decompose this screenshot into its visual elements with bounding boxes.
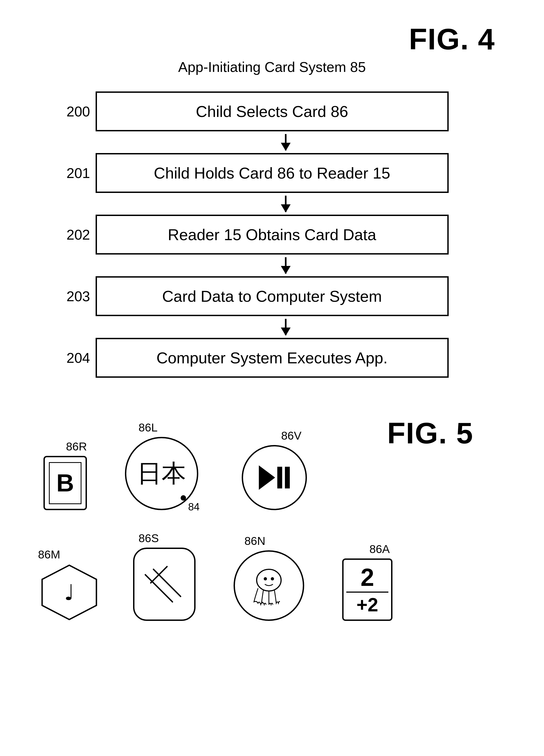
fig5-row2: 86M ♩ 86S [22, 532, 522, 621]
svg-point-4 [256, 569, 281, 591]
fig4-title: FIG. 4 [22, 16, 522, 56]
label-84: 84 [188, 501, 199, 513]
pause-bars-icon [277, 467, 290, 488]
page-container: FIG. 4 App-Initiating Card System 85 200… [0, 0, 544, 756]
step-label-204: 204 [58, 350, 90, 366]
svg-line-2 [153, 569, 180, 596]
step-label-200: 200 [58, 103, 90, 120]
step-label-202: 202 [58, 227, 90, 243]
card-b-letter: B [56, 469, 74, 497]
card-86l: 日本 84 [125, 437, 198, 510]
pause-bar-1 [277, 467, 282, 488]
step-box-202: Reader 15 Obtains Card Data [96, 215, 449, 255]
flow-arrow-3 [96, 255, 476, 276]
math-2: 2 [361, 564, 374, 592]
play-pause-icon [259, 465, 290, 490]
card-86s-label: 86S [138, 532, 159, 545]
card-86r-item: 86R B [43, 440, 87, 510]
dot-84 [180, 495, 186, 501]
card-86v-label: 86V [281, 429, 302, 442]
card-86a-item: 86A 2 +2 [342, 543, 393, 621]
fig5-title: FIG. 5 [387, 416, 473, 450]
step-label-203: 203 [58, 288, 90, 304]
card-86s-item: 86S [133, 532, 195, 621]
card-86v-item: 86V [242, 429, 307, 510]
music-note-icon: ♩ [64, 580, 74, 605]
card-86l-label: 86L [138, 421, 157, 434]
flow-arrow-1 [96, 131, 476, 153]
svg-line-1 [145, 575, 172, 602]
flow-arrow-2 [96, 193, 476, 215]
flowchart: 200 Child Selects Card 86 201 Child Hold… [49, 91, 522, 378]
card-86v [242, 445, 307, 510]
step-box-204: Computer System Executes App. [96, 338, 449, 378]
creature-svg [242, 558, 296, 613]
flow-step-203: 203 Card Data to Computer System [96, 276, 476, 316]
flow-step-202: 202 Reader 15 Obtains Card Data [96, 215, 476, 255]
card-86n [233, 550, 304, 621]
arrow-down-3 [285, 257, 287, 274]
step-box-201: Child Holds Card 86 to Reader 15 [96, 153, 449, 193]
arrow-down-2 [285, 196, 287, 212]
card-86r-inner: B [49, 462, 81, 504]
card-86r: B [43, 456, 87, 510]
card-86a: 2 +2 [342, 558, 393, 621]
japanese-characters: 日本 [137, 461, 186, 486]
svg-point-5 [264, 577, 267, 580]
card-86m: ♩ [38, 564, 100, 621]
flow-step-201: 201 Child Holds Card 86 to Reader 15 [96, 153, 476, 193]
card-86r-label: 86R [66, 440, 87, 453]
math-plus2: +2 [346, 592, 388, 616]
arrow-down-4 [285, 319, 287, 335]
card-86n-item: 86N [233, 535, 304, 621]
fig5-section: FIG. 5 86R B 86L 日本 84 [22, 405, 522, 621]
scribble-lines-svg [137, 553, 191, 615]
flow-step-204: 204 Computer System Executes App. [96, 338, 476, 378]
card-86s [133, 548, 195, 621]
card-86m-item: 86M ♩ [38, 548, 100, 621]
fig4-subtitle: App-Initiating Card System 85 [22, 59, 522, 75]
play-triangle-icon [259, 465, 275, 490]
arrow-down-1 [285, 134, 287, 150]
pause-bar-2 [285, 467, 290, 488]
card-86a-label: 86A [369, 543, 390, 556]
card-86m-label: 86M [38, 548, 60, 561]
card-86l-item: 86L 日本 84 [125, 421, 198, 510]
step-box-203: Card Data to Computer System [96, 276, 449, 316]
flow-arrow-4 [96, 316, 476, 338]
svg-point-6 [271, 577, 274, 580]
step-box-200: Child Selects Card 86 [96, 91, 449, 131]
step-label-201: 201 [58, 165, 90, 181]
card-86n-label: 86N [244, 535, 265, 548]
flow-step-200: 200 Child Selects Card 86 [96, 91, 476, 131]
